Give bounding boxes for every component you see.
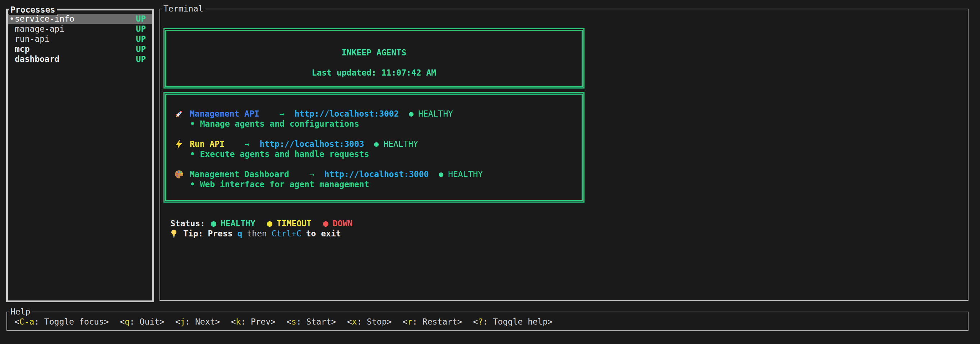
service-name: Management Dashboard xyxy=(190,169,289,179)
help-shortcut: <C-a: Toggle focus> xyxy=(14,317,109,326)
tip-text: Tip: xyxy=(183,229,203,238)
arrow-glyph: → xyxy=(309,169,314,179)
shortcut-key: r xyxy=(407,317,412,326)
shortcut-key: x xyxy=(352,317,357,326)
terminal-panel-title: Terminal xyxy=(162,3,205,14)
service-health: HEALTHY xyxy=(448,169,483,179)
shortcut-separator: : xyxy=(296,317,306,326)
shortcut-key: s xyxy=(291,317,296,326)
spacer xyxy=(166,159,582,169)
bracket-close: > xyxy=(159,317,164,326)
shortcut-separator: : xyxy=(34,317,44,326)
shortcut-key: ? xyxy=(478,317,483,326)
process-list-item[interactable]: • service-info UP xyxy=(8,14,152,24)
processes-panel: Processes • service-info UP manage-api U… xyxy=(6,9,154,302)
legend-entry: ● DOWN xyxy=(323,218,352,229)
shortcut-description: Toggle help xyxy=(493,317,547,326)
process-status-badge: UP xyxy=(136,24,146,34)
legend-entry: ● TIMEOUT xyxy=(267,218,312,229)
service-url[interactable]: http://localhost:3000 xyxy=(325,169,429,179)
health-dot-icon: ● xyxy=(409,109,414,119)
help-panel-title: Help xyxy=(9,307,32,317)
shortcut-key: q xyxy=(125,317,130,326)
shortcut-separator: : xyxy=(130,317,140,326)
service-url[interactable]: http://localhost:3003 xyxy=(260,139,364,149)
service-url[interactable]: http://localhost:3002 xyxy=(294,109,399,119)
spacer xyxy=(166,129,582,139)
service-name: Run API xyxy=(190,139,224,149)
service-health: HEALTHY xyxy=(383,139,418,149)
shortcut-key: j xyxy=(180,317,185,326)
service-entry: Run API → http://localhost:3003 ● HEALTH… xyxy=(166,139,582,169)
services-box: Management API → http://localhost:3002 ●… xyxy=(164,92,584,203)
process-name: dashboard xyxy=(15,54,60,64)
status-legend-label: Status: xyxy=(170,218,205,229)
help-shortcut-list: <C-a: Toggle focus> <q: Quit> <j: Next> … xyxy=(7,312,968,330)
process-list-item[interactable]: manage-api UP xyxy=(8,24,152,34)
legend-entry-label: TIMEOUT xyxy=(277,218,312,229)
bracket-close: > xyxy=(331,317,336,326)
bracket-open: < xyxy=(286,317,291,326)
status-dot-icon: ● xyxy=(211,218,216,229)
arrow-glyph: → xyxy=(280,109,285,119)
bracket-open: < xyxy=(175,317,180,326)
service-description: • Execute agents and handle requests xyxy=(166,149,582,159)
service-entry: Management API → http://localhost:3002 ●… xyxy=(166,109,582,139)
bracket-open: < xyxy=(473,317,478,326)
bracket-open: < xyxy=(14,317,19,326)
status-legend: Status: ● HEALTHY ● TIMEOUT ● DOWN xyxy=(170,218,968,229)
help-shortcut: <k: Prev> xyxy=(231,317,275,326)
process-status-badge: UP xyxy=(136,44,146,54)
process-name: mcp xyxy=(15,44,30,54)
shortcut-separator: : xyxy=(483,317,493,326)
help-shortcut: <x: Stop> xyxy=(347,317,392,326)
shortcut-separator: : xyxy=(241,317,251,326)
process-list-item[interactable]: run-api UP xyxy=(8,34,152,44)
service-name: Management API xyxy=(190,109,259,119)
bracket-close: > xyxy=(387,317,392,326)
help-shortcut: <q: Quit> xyxy=(119,317,164,326)
help-panel: Help <C-a: Toggle focus> <q: Quit> <j: N… xyxy=(6,312,969,331)
shortcut-description: Next xyxy=(195,317,215,326)
arrow-glyph: → xyxy=(245,139,250,149)
last-updated: Last updated: 11:07:42 AM xyxy=(166,68,582,78)
shortcut-key: k xyxy=(235,317,241,326)
bracket-open: < xyxy=(119,317,125,326)
health-dot-icon: ● xyxy=(439,169,444,179)
tip-line: Tip: Press q then Ctrl+C to exit xyxy=(170,229,968,238)
tip-text: Ctrl+C xyxy=(272,229,301,238)
service-line: Management API → http://localhost:3002 ●… xyxy=(166,109,582,119)
lightbulb-icon xyxy=(170,229,180,238)
legend-entry-label: HEALTHY xyxy=(221,218,255,229)
service-entry: Management Dashboard → http://localhost:… xyxy=(166,169,582,199)
service-description: • Manage agents and configurations xyxy=(166,119,582,129)
bracket-close: > xyxy=(270,317,275,326)
selected-marker: • xyxy=(10,14,15,24)
shortcut-description: Prev xyxy=(251,317,270,326)
shortcut-separator: : xyxy=(412,317,422,326)
header-box: INKEEP AGENTS Last updated: 11:07:42 AM xyxy=(164,28,584,88)
tip-text: then xyxy=(247,229,267,238)
status-dot-icon: ● xyxy=(323,218,328,229)
bracket-close: > xyxy=(457,317,462,326)
legend-entry: ● HEALTHY xyxy=(211,218,255,229)
service-line: Run API → http://localhost:3003 ● HEALTH… xyxy=(166,139,582,149)
process-status-badge: UP xyxy=(136,14,146,24)
shortcut-separator: : xyxy=(185,317,196,326)
rocket-icon xyxy=(174,109,184,119)
lightning-icon xyxy=(174,139,184,149)
status-dot-icon: ● xyxy=(267,218,272,229)
process-status-badge: UP xyxy=(136,54,146,64)
process-list-item[interactable]: mcp UP xyxy=(8,44,152,54)
process-list-item[interactable]: dashboard UP xyxy=(8,54,152,64)
process-name: manage-api xyxy=(15,24,64,34)
bracket-close: > xyxy=(547,317,552,326)
shortcut-description: Quit xyxy=(140,317,159,326)
spacer xyxy=(166,189,582,199)
process-name: service-info xyxy=(15,14,74,24)
health-dot-icon: ● xyxy=(374,139,379,149)
process-status-badge: UP xyxy=(136,34,146,44)
help-shortcut: <j: Next> xyxy=(175,317,220,326)
service-description: • Web interface for agent management xyxy=(166,179,582,189)
shortcut-description: Stop xyxy=(367,317,387,326)
